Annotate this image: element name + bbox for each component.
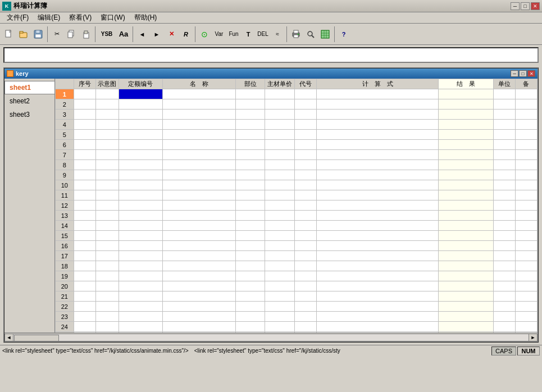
cell-unit[interactable] (236, 291, 265, 302)
cell-code[interactable] (119, 322, 162, 332)
cell-result[interactable] (439, 99, 494, 110)
cell-ref[interactable] (295, 241, 317, 251)
cell-icon[interactable] (95, 261, 119, 271)
header-result[interactable]: 结 果 (439, 79, 494, 89)
cell-result[interactable] (439, 291, 494, 302)
cell-display-unit[interactable] (493, 322, 515, 332)
cell-ref[interactable] (295, 271, 317, 281)
cell-icon[interactable] (95, 110, 119, 120)
cell-ref[interactable] (295, 200, 317, 211)
cell-note[interactable] (515, 231, 537, 241)
scrollbar-horizontal[interactable]: ◄ ► (4, 332, 538, 341)
cell-name[interactable] (162, 200, 235, 211)
cell-result[interactable] (439, 271, 494, 281)
cell-formula[interactable] (317, 130, 439, 140)
cell-name[interactable] (162, 211, 235, 221)
cell-formula[interactable] (317, 241, 439, 251)
cell-result[interactable] (439, 241, 494, 251)
cell-name[interactable] (162, 190, 235, 200)
cell-icon[interactable] (95, 190, 119, 200)
cell-ref[interactable] (295, 190, 317, 200)
cell-result[interactable] (439, 180, 494, 190)
formula-input[interactable] (7, 51, 535, 59)
cell-result[interactable] (439, 322, 494, 332)
cell-formula[interactable] (317, 150, 439, 160)
cell-code[interactable] (119, 271, 162, 281)
cell-icon[interactable] (95, 211, 119, 221)
tb-copy[interactable] (65, 28, 78, 41)
cell-icon[interactable] (95, 251, 119, 261)
cell-seq[interactable] (74, 180, 95, 190)
cell-seq[interactable] (74, 231, 95, 241)
cell-name[interactable] (162, 89, 235, 99)
cell-name[interactable] (162, 130, 235, 140)
cell-seq[interactable] (74, 261, 95, 271)
tb-open[interactable] (17, 28, 30, 41)
cell-result[interactable] (439, 190, 494, 200)
cell-display-unit[interactable] (493, 211, 515, 221)
cell-display-unit[interactable] (493, 302, 515, 312)
cell-ref[interactable] (295, 312, 317, 322)
cell-note[interactable] (515, 140, 537, 150)
cell-code[interactable] (119, 99, 162, 110)
cell-formula[interactable] (317, 251, 439, 261)
header-formula[interactable]: 计 算 式 (317, 79, 439, 89)
cell-ref[interactable] (295, 231, 317, 241)
cell-code[interactable] (119, 160, 162, 170)
cell-unit[interactable] (236, 271, 265, 281)
cell-display-unit[interactable] (493, 160, 515, 170)
cell-seq[interactable] (74, 120, 95, 130)
cell-ref[interactable] (295, 170, 317, 180)
cell-name[interactable] (162, 241, 235, 251)
cell-icon[interactable] (95, 150, 119, 160)
cell-note[interactable] (515, 89, 537, 99)
cell-result[interactable] (439, 110, 494, 120)
cell-result[interactable] (439, 231, 494, 241)
cell-icon[interactable] (95, 200, 119, 211)
tb-font[interactable]: Aa (117, 28, 130, 41)
cell-unit[interactable] (236, 251, 265, 261)
cell-formula[interactable] (317, 291, 439, 302)
cell-display-unit[interactable] (493, 130, 515, 140)
tb-var[interactable]: Var (212, 28, 226, 41)
cell-price[interactable] (265, 271, 295, 281)
cell-price[interactable] (265, 322, 295, 332)
cell-note[interactable] (515, 130, 537, 140)
cell-display-unit[interactable] (493, 200, 515, 211)
cell-seq[interactable] (74, 140, 95, 150)
cell-name[interactable] (162, 231, 235, 241)
cell-seq[interactable] (74, 302, 95, 312)
header-icon[interactable]: 示意图 (95, 79, 119, 89)
cell-result[interactable] (439, 170, 494, 180)
cell-code[interactable] (119, 211, 162, 221)
header-price[interactable]: 主材单价 (265, 79, 295, 89)
cell-display-unit[interactable] (493, 312, 515, 322)
cell-display-unit[interactable] (493, 140, 515, 150)
cell-price[interactable] (265, 261, 295, 271)
cell-result[interactable] (439, 261, 494, 271)
tb-grid[interactable] (318, 28, 332, 41)
cell-display-unit[interactable] (493, 170, 515, 180)
cell-seq[interactable] (74, 291, 95, 302)
cell-note[interactable] (515, 180, 537, 190)
cell-code[interactable] (119, 170, 162, 180)
cell-price[interactable] (265, 180, 295, 190)
cell-icon[interactable] (95, 89, 119, 99)
cell-unit[interactable] (236, 241, 265, 251)
cell-formula[interactable] (317, 302, 439, 312)
cell-code[interactable] (119, 312, 162, 322)
header-code[interactable]: 定额编号 (119, 79, 162, 89)
cell-result[interactable] (439, 89, 494, 99)
cell-formula[interactable] (317, 120, 439, 130)
cell-seq[interactable] (74, 281, 95, 291)
cell-unit[interactable] (236, 99, 265, 110)
cell-formula[interactable] (317, 190, 439, 200)
cell-name[interactable] (162, 221, 235, 231)
inner-close-btn[interactable]: ✕ (527, 70, 535, 77)
cell-formula[interactable] (317, 322, 439, 332)
cell-code[interactable] (119, 221, 162, 231)
cell-note[interactable] (515, 241, 537, 251)
cell-code[interactable] (119, 130, 162, 140)
cell-unit[interactable] (236, 302, 265, 312)
cell-icon[interactable] (95, 322, 119, 332)
